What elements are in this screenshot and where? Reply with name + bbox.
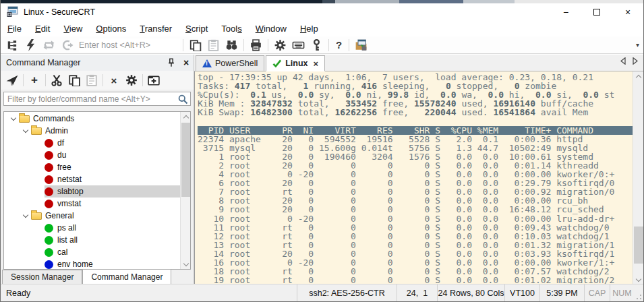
tree-command-slabtop[interactable]: slabtop (4, 185, 180, 198)
command-dot-icon (45, 151, 53, 160)
scroll-down-icon[interactable] (181, 259, 191, 269)
panel-close-icon[interactable]: × (179, 56, 194, 69)
delete-icon[interactable]: × (108, 75, 120, 86)
paste-icon[interactable] (85, 74, 98, 86)
check-icon (272, 59, 282, 67)
command-manager-header[interactable]: Command Manager × (1, 55, 194, 71)
session-properties-icon[interactable] (355, 39, 368, 51)
tree-command-netstat[interactable]: netstat (4, 173, 180, 185)
filter-input[interactable] (4, 94, 177, 104)
command-tree[interactable]: CommandsAdmindfdufreenetstatslabtopvmsta… (3, 111, 191, 270)
tree-item-label: env home (57, 260, 93, 269)
new-folder-icon[interactable] (147, 74, 160, 86)
menu-window[interactable]: Window (249, 22, 293, 36)
menu-view[interactable]: View (57, 22, 89, 36)
chevron-down-icon[interactable] (20, 130, 31, 132)
title-bar[interactable]: Linux - SecureCRT − × (1, 3, 643, 20)
find-icon[interactable] (225, 39, 238, 51)
tab-linux[interactable]: Linux × (266, 55, 325, 71)
tree-command-df[interactable]: df (4, 137, 180, 149)
menu-transfer[interactable]: Transfer (133, 22, 179, 36)
folder-icon (31, 127, 42, 135)
keymap-icon[interactable] (292, 39, 305, 51)
tree-command-free[interactable]: free (4, 161, 180, 173)
search-icon[interactable] (177, 94, 188, 104)
menu-tools[interactable]: Tools (214, 22, 248, 36)
menu-help[interactable]: Help (293, 22, 325, 36)
run-command-icon[interactable] (5, 74, 19, 86)
print-icon[interactable] (250, 39, 262, 51)
help-icon[interactable]: ? (336, 39, 342, 51)
tree-folder-Admin[interactable]: Admin (4, 125, 180, 137)
tab-session-manager[interactable]: Session Manager (2, 270, 82, 284)
menu-edit[interactable]: Edit (28, 22, 57, 36)
tree-item-label: free (57, 162, 71, 172)
tree-item-label: netstat (57, 175, 82, 184)
settings-gear-icon[interactable] (125, 74, 138, 86)
maximize-button[interactable] (581, 3, 612, 20)
paste-icon[interactable] (207, 39, 220, 51)
scroll-down-icon[interactable] (633, 274, 643, 284)
minimize-button[interactable]: − (550, 3, 581, 20)
tree-scrollbar[interactable] (180, 112, 190, 269)
close-button[interactable]: × (612, 3, 643, 20)
terminal-screen[interactable]: top - 17:39:35 up 42 days, 1:06, 7 users… (195, 71, 633, 284)
panel-title: Command Manager (6, 58, 80, 67)
tab-scroll-right-icon[interactable] (633, 57, 638, 65)
tree-command-cal[interactable]: cal (4, 246, 180, 258)
cut-icon[interactable] (50, 74, 63, 86)
session-manager-icon[interactable] (6, 39, 19, 51)
tab-label: PowerShell (215, 59, 258, 68)
tab-scroll-left-icon[interactable] (620, 57, 626, 65)
session-options-gear-icon[interactable] (274, 39, 287, 51)
tab-command-manager[interactable]: Command Manager (82, 269, 171, 284)
status-bar: Ready ssh2: AES-256-CTR 24, 1 24 Rows, 8… (1, 284, 643, 301)
terminal-line: KiB Swap: 16482300 total, 16262256 free,… (198, 108, 633, 117)
tree-command-list-all[interactable]: list all (4, 234, 180, 246)
disconnect-icon[interactable] (61, 39, 74, 51)
terminal-scrollbar[interactable] (633, 71, 643, 284)
folder-icon (31, 212, 42, 220)
menu-file[interactable]: File (1, 22, 28, 36)
tree-command-vmstat[interactable]: vmstat (4, 198, 180, 210)
scrollbar-thumb[interactable] (634, 227, 643, 264)
tab-close-icon[interactable]: × (314, 59, 319, 69)
reconnect-icon[interactable] (42, 39, 55, 51)
scroll-up-icon[interactable] (633, 71, 643, 82)
tree-command-ps-all[interactable]: ps all (4, 222, 180, 234)
command-manager-panel: Command Manager × + × (1, 55, 194, 284)
agent-key-icon[interactable] (310, 39, 323, 51)
tree-folder-Commands[interactable]: Commands (4, 113, 180, 125)
panel-tabs: Session Manager Command Manager (2, 270, 171, 284)
tree-folder-General[interactable]: General (4, 210, 180, 222)
scrollbar-thumb[interactable] (181, 123, 190, 197)
quick-connect-icon[interactable] (24, 39, 37, 51)
app-icon (7, 6, 18, 18)
filter-box (3, 92, 191, 106)
tree-item-label: list all (57, 235, 78, 245)
status-num-lock: NUM (610, 284, 634, 301)
command-dot-icon (45, 200, 53, 208)
menu-options[interactable]: Options (89, 22, 133, 36)
add-command-icon[interactable]: + (28, 75, 40, 86)
command-dot-icon (45, 175, 53, 184)
tab-powershell[interactable]: PowerShell (196, 55, 264, 71)
window-title: Linux - SecureCRT (24, 7, 95, 17)
copy-icon[interactable] (67, 74, 81, 86)
maximize-icon (593, 9, 600, 16)
resize-grip[interactable] (634, 284, 643, 301)
scroll-up-icon[interactable] (181, 112, 191, 122)
tree-command-du[interactable]: du (4, 149, 180, 161)
pin-icon[interactable] (164, 56, 179, 69)
chevron-down-icon[interactable] (8, 118, 19, 120)
chevron-down-icon[interactable] (20, 215, 31, 217)
command-dot-icon (45, 163, 53, 172)
menu-script[interactable]: Script (179, 22, 214, 36)
securecrt-window: Linux - SecureCRT − × FileEditViewOption… (0, 0, 644, 302)
toolbar-separator (328, 39, 329, 51)
copy-icon[interactable] (189, 39, 202, 51)
quick-connect-host-input[interactable] (79, 38, 180, 52)
toolbar-overflow-icon[interactable]: ▾ (636, 41, 639, 49)
status-terminal-size: 24 Rows, 80 Cols (437, 284, 504, 301)
tree-command-env-home[interactable]: env home (4, 258, 180, 269)
